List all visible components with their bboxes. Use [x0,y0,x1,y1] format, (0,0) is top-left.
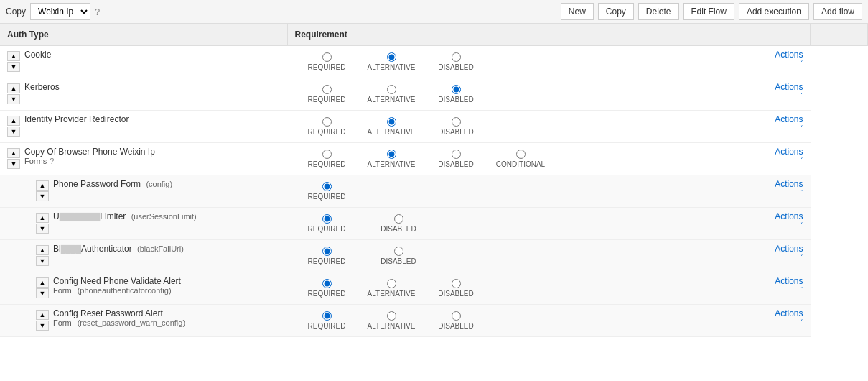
required-radio[interactable] [322,247,332,256]
disabled-label: DISABLED [381,225,416,233]
down-button[interactable]: ▼ [36,224,49,234]
up-button[interactable]: ▲ [36,213,49,223]
table-row: ▲ ▼ Config Need Phone Validate Alert For… [0,272,868,305]
actions-cell: Actions ˅ [739,46,810,78]
required-radio[interactable] [322,117,332,127]
chevron-down-icon: ˅ [800,189,803,196]
down-button[interactable]: ▼ [7,94,20,104]
disabled-radio[interactable] [452,52,461,62]
add-flow-button[interactable]: Add flow [813,3,862,20]
actions-cell: Actions ˅ [739,305,810,337]
actions-dropdown[interactable]: Actions ˅ [747,147,803,164]
disabled-radio[interactable] [452,85,461,94]
disabled-label: DISABLED [438,160,473,168]
requirement-cell: REQUIRED ALTERNATIVE DISABLED [287,111,739,143]
required-label: REQUIRED [308,63,346,71]
edit-flow-button[interactable]: Edit Flow [683,3,734,20]
add-execution-button[interactable]: Add execution [739,3,809,20]
actions-dropdown[interactable]: Actions ˅ [747,179,803,196]
actions-dropdown[interactable]: Actions ˅ [747,82,803,99]
required-radio[interactable] [322,52,332,62]
requirement-cell: REQUIRED ALTERNATIVE DISABLED CONDI [287,143,739,175]
required-label: REQUIRED [308,96,346,104]
table-row: ▲ ▼ Cookie REQUIRED ALTE [0,46,868,78]
alternative-radio[interactable] [387,85,396,94]
requirement-cell: REQUIRED ALTERNATIVE DISABLED [287,78,739,111]
copy-button[interactable]: Copy [598,3,634,20]
actions-label: Actions [775,147,803,157]
alternative-radio[interactable] [387,279,396,288]
alternative-radio[interactable] [387,311,396,321]
disabled-radio[interactable] [452,311,461,321]
up-button[interactable]: ▲ [7,83,20,93]
actions-dropdown[interactable]: Actions ˅ [747,50,803,67]
chevron-down-icon: ˅ [800,254,803,261]
alternative-label: ALTERNATIVE [368,63,416,71]
required-radio[interactable] [322,214,332,224]
required-radio[interactable] [322,182,332,191]
conditional-radio[interactable] [516,150,526,159]
actions-dropdown[interactable]: Actions ˅ [747,244,803,261]
auth-name: Config Reset Password Alert [53,308,163,318]
alternative-label: ALTERNATIVE [368,160,416,168]
disabled-radio[interactable] [394,247,403,256]
actions-header [811,24,868,46]
table-row: ▲ ▼ U████████Limiter (userSessionLimit) … [0,208,868,240]
up-button[interactable]: ▲ [7,148,20,158]
down-button[interactable]: ▼ [36,256,49,266]
table-row: ▲ ▼ Identity Provider Redirector REQUIRE… [0,111,868,143]
actions-dropdown[interactable]: Actions ˅ [747,211,803,229]
new-button[interactable]: New [561,3,594,20]
alternative-radio[interactable] [387,150,396,159]
down-button[interactable]: ▼ [7,159,20,169]
alternative-radio[interactable] [387,117,396,127]
up-button[interactable]: ▲ [36,310,49,320]
alternative-label: ALTERNATIVE [368,290,416,298]
required-radio[interactable] [322,311,332,321]
delete-button[interactable]: Delete [638,3,679,20]
actions-label: Actions [775,82,803,92]
requirement-cell: REQUIRED ALTERNATIVE DISABLED [287,46,739,78]
up-button[interactable]: ▲ [7,51,20,61]
requirement-header: Requirement [287,24,811,46]
down-button[interactable]: ▼ [36,191,49,201]
table-row: ▲ ▼ Kerberos REQUIRED AL [0,78,868,111]
down-button[interactable]: ▼ [36,321,49,331]
actions-dropdown[interactable]: Actions ˅ [747,308,803,326]
form-label: Form (reset_password_warn_config) [53,318,185,327]
auth-name: Cookie [24,50,51,60]
help-icon: ? [95,6,100,17]
required-radio[interactable] [322,150,332,159]
auth-flows-table-container: Auth Type Requirement ▲ ▼ Cookie [0,24,868,337]
actions-cell: Actions ˅ [739,272,810,305]
actions-label: Actions [775,211,803,221]
actions-label: Actions [775,179,803,189]
actions-cell: Actions ˅ [739,143,810,175]
actions-cell: Actions ˅ [739,78,810,111]
down-button[interactable]: ▼ [7,127,20,137]
up-button[interactable]: ▲ [36,277,49,288]
up-button[interactable]: ▲ [36,180,49,190]
disabled-radio[interactable] [394,214,403,224]
auth-type-cell: ▲ ▼ U████████Limiter (userSessionLimit) [0,208,287,240]
alternative-radio[interactable] [387,52,396,62]
actions-dropdown[interactable]: Actions ˅ [747,114,803,132]
disabled-radio[interactable] [452,117,461,127]
required-radio[interactable] [322,279,332,288]
up-button[interactable]: ▲ [36,245,49,255]
down-button[interactable]: ▼ [36,288,49,298]
disabled-radio[interactable] [452,150,461,159]
required-radio[interactable] [322,85,332,94]
actions-cell: Actions ˅ [739,208,810,240]
disabled-radio[interactable] [452,279,461,288]
auth-type-cell: ▲ ▼ Phone Password Form (config) [0,175,287,208]
auth-type-cell: ▲ ▼ Bl████Authenticator (blackFailUrl) [0,240,287,272]
flow-select[interactable]: Weixin Ip [30,3,90,20]
down-button[interactable]: ▼ [7,62,20,72]
chevron-down-icon: ˅ [800,286,803,293]
actions-dropdown[interactable]: Actions ˅ [747,276,803,293]
auth-name: Phone Password Form (config) [53,179,172,189]
chevron-down-icon: ˅ [800,60,803,67]
copy-label: Copy [6,6,26,17]
up-button[interactable]: ▲ [7,116,20,126]
